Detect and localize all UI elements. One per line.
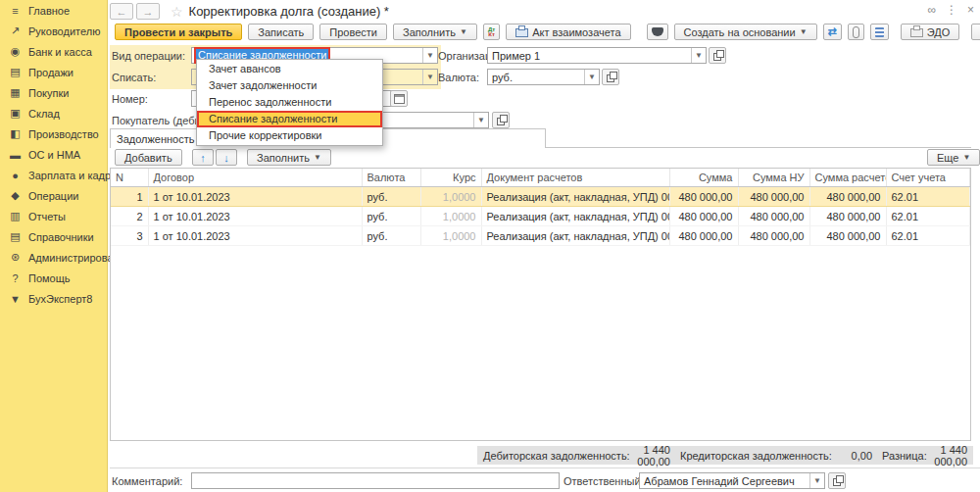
menu-item-3[interactable]: Перенос задолженности [197,94,382,111]
move-down-button[interactable]: ↓ [216,149,237,166]
post-and-close-button[interactable]: Провести и закрыть [115,24,242,40]
responsible-open-button[interactable] [828,472,846,489]
column-header: Курс [420,169,481,187]
table-row[interactable]: 21 от 10.01.2023руб.1,0000Реализация (ак… [111,207,970,226]
menu-item-4[interactable]: Списание задолженности [197,111,382,127]
favorite-star-icon[interactable]: ☆ [171,4,183,20]
table-cell: 1 [111,187,148,207]
move-up-button[interactable]: ↑ [192,149,214,166]
chevron-down-icon[interactable]: ▼ [691,48,706,63]
sidebar-item-label: ОС и НМА [28,149,80,161]
column-header: N [111,169,148,187]
currency-open-button[interactable] [602,69,619,85]
chevron-down-icon[interactable]: ▼ [422,70,437,84]
more-dots-icon[interactable]: ⋮ [946,3,957,17]
chevron-down-icon[interactable]: ▼ [473,113,488,127]
calendar-button[interactable] [390,90,408,107]
exchange-button[interactable]: ⇄ [823,24,842,40]
table-row[interactable]: 11 от 10.01.2023руб.1,0000Реализация (ак… [111,187,970,207]
table-cell: 480 000,00 [809,187,886,207]
create-based-on-button[interactable]: Создать на основании▼ [674,24,817,40]
chevron-down-icon: ▼ [314,153,321,162]
debit-total-label: Дебиторская задолженность: [483,450,630,462]
table-cell: 480 000,00 [738,226,809,246]
add-row-button[interactable]: Добавить [115,149,182,166]
debit-total-value: 1 440 000,00 [630,444,670,467]
sidebar-item-14[interactable]: ?Помощь [0,268,107,288]
chart-line-icon: ↗ [8,25,23,37]
table-fill-button[interactable]: Заполнить▼ [247,149,331,166]
comment-input[interactable] [191,472,560,489]
chevron-down-icon[interactable]: ▼ [584,70,599,84]
get-link-icon[interactable]: ∞ [927,3,936,17]
difference-value: 1 440 000,00 [927,444,967,467]
sidebar-item-label: Склад [28,108,60,120]
post-button[interactable]: Провести [319,24,387,40]
show-postings-button[interactable]: ДтКт [483,24,500,40]
table-cell: Реализация (акт, накладная, УПД) 00БП-00… [481,187,669,207]
table-cell: 480 000,00 [738,207,809,226]
column-header: Счет учета [886,169,970,187]
table-cell: 62.01 [886,226,970,246]
table-cell: 1,0000 [420,226,481,246]
help-icon: ? [8,272,23,284]
debtor-open-button[interactable] [492,112,510,128]
responsible-combo[interactable]: Абрамов Геннадий Сергеевич ▼ [639,472,825,489]
menu-item-2[interactable]: Зачет задолженности [197,77,382,94]
fill-button[interactable]: Заполнить▼ [393,24,477,40]
menu-item-1[interactable]: Зачет авансов [197,61,382,77]
chevron-down-icon[interactable]: ▼ [422,48,437,63]
number-label: Номер: [112,93,148,105]
sidebar-item-3[interactable]: ◉Банк и касса [0,41,107,62]
table-row[interactable]: 31 от 10.01.2023руб.1,0000Реализация (ак… [111,226,970,246]
column-header: Сумма НУ [738,169,809,187]
menu-item-5[interactable]: Прочие корректировки [197,127,382,144]
sidebar-item-12[interactable]: ▤Справочники [0,226,107,247]
sidebar-item-1[interactable]: ≡Главное [0,0,107,21]
sidebar-item-7[interactable]: ◧Производство [0,123,107,144]
table-cell: 480 000,00 [738,187,809,207]
buhexpert-shield-button[interactable] [647,24,668,40]
table-cell: Реализация (акт, накладная, УПД) 00БП-00… [481,207,669,226]
offset-act-button[interactable]: Акт взаимозачета [506,24,630,40]
gear-icon: ⊛ [8,251,23,264]
edo-button[interactable]: ЭДО [901,24,960,40]
sidebar-item-label: Производство [28,128,99,140]
difference-label: Разница: [882,450,927,462]
sidebar-item-5[interactable]: ▦Покупки [0,82,107,103]
sidebar-item-label: Покупки [28,87,69,99]
sidebar-item-9[interactable]: ●Зарплата и кадры [0,165,107,185]
sidebar-item-13[interactable]: ⊛Администрирование [0,247,107,268]
sidebar-item-6[interactable]: ▣Склад [0,103,107,123]
currency-combo[interactable]: руб. ▼ [487,69,600,85]
organization-open-button[interactable] [709,47,726,64]
sidebar-item-15[interactable]: ▼БухЭксперт8 [0,288,107,309]
table-cell: 62.01 [886,207,970,226]
sidebar-item-label: Руководителю [28,25,100,37]
more-button[interactable]: Еще▼ [971,24,980,40]
printer-icon [515,28,528,37]
calendar-icon [394,94,405,104]
sidebar-item-4[interactable]: ▤Продажи [0,62,107,82]
back-button[interactable]: ← [110,3,133,20]
close-icon[interactable]: × [967,3,974,17]
table-more-button[interactable]: Еще▼ [927,149,980,166]
sidebar-item-2[interactable]: ↗Руководителю [0,21,107,41]
organization-combo[interactable]: Пример 1 ▼ [487,47,707,64]
sidebar-item-label: Главное [28,5,70,17]
attachments-button[interactable] [848,24,864,40]
sidebar-item-10[interactable]: ◆Операции [0,185,107,206]
forward-button[interactable]: → [136,3,160,20]
sidebar-item-11[interactable]: ▥Отчеты [0,206,107,226]
chevron-down-icon[interactable]: ▼ [809,473,824,488]
cart-icon: ▦ [8,86,23,99]
column-header: Документ расчетов [481,169,669,187]
table-cell: 480 000,00 [669,226,738,246]
registers-button[interactable] [870,24,889,40]
open-icon [497,118,505,125]
operation-label: Вид операции: [112,50,185,62]
sidebar-item-8[interactable]: ▬ОС и НМА [0,144,107,165]
save-button[interactable]: Записать [248,24,314,40]
title-bar: ← → ☆ Корректировка долга (создание) * [110,2,389,21]
table-cell: 1 от 10.01.2023 [148,226,362,246]
